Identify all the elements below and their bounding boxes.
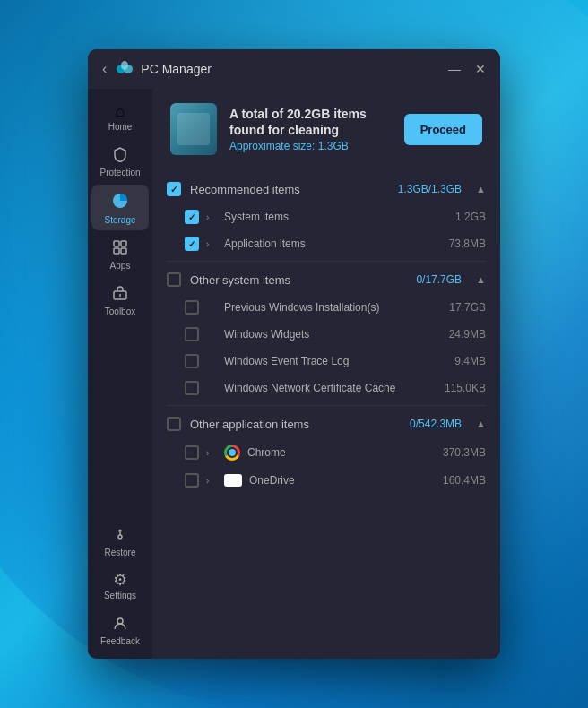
subtitle-value: 1.3GB: [318, 140, 349, 152]
close-button[interactable]: ✕: [475, 62, 486, 76]
application-items-label: Application items: [224, 237, 442, 250]
svg-point-14: [117, 618, 123, 624]
recommended-section-header[interactable]: Recommended items 1.3GB/1.3GB ▲: [152, 175, 500, 203]
prev-windows-size: 17.7GB: [449, 301, 486, 314]
sidebar-item-apps-label: Apps: [110, 261, 131, 271]
other-app-section: Other application items 0/542.3MB ▲ › Ch…: [152, 410, 500, 494]
onedrive-expand-icon[interactable]: ›: [206, 476, 217, 486]
back-button[interactable]: ‹: [102, 61, 107, 77]
windows-widgets-label: Windows Widgets: [224, 328, 442, 341]
sidebar-item-storage[interactable]: Storage: [91, 185, 149, 230]
system-items-expand-icon[interactable]: ›: [206, 212, 217, 222]
svg-rect-4: [114, 241, 119, 246]
apps-icon: [112, 239, 128, 258]
other-system-section: Other system items 0/17.7GB ▲ Previous W…: [152, 265, 500, 401]
proceed-button[interactable]: Proceed: [404, 114, 482, 145]
sidebar-item-feedback-label: Feedback: [100, 636, 140, 646]
minimize-button[interactable]: —: [448, 62, 461, 76]
other-system-checkbox[interactable]: [167, 272, 181, 287]
chrome-expand-icon[interactable]: ›: [206, 448, 217, 458]
recommended-section-title: Recommended items: [190, 183, 389, 196]
scroll-area: Recommended items 1.3GB/1.3GB ▲ › System…: [152, 169, 500, 659]
prev-windows-checkbox[interactable]: [185, 300, 199, 315]
other-system-checkbox-container: [167, 272, 181, 287]
other-system-chevron-icon: ▲: [476, 274, 486, 285]
chrome-label: Chrome: [247, 446, 436, 459]
recommended-checkbox[interactable]: [167, 182, 181, 196]
onedrive-row[interactable]: › OneDrive 160.4MB: [152, 467, 500, 494]
svg-point-2: [121, 61, 128, 70]
application-items-row[interactable]: › Application items 73.8MB: [152, 230, 500, 257]
sidebar-item-home[interactable]: ⌂ Home: [91, 96, 149, 137]
other-system-section-title: Other system items: [190, 273, 407, 287]
svg-rect-5: [121, 241, 126, 246]
divider-2: [167, 405, 486, 406]
sidebar: ⌂ Home Protection Storage: [88, 89, 152, 659]
sidebar-item-feedback[interactable]: Feedback: [91, 608, 149, 652]
sidebar-item-apps[interactable]: Apps: [91, 232, 149, 276]
chrome-icon: [224, 445, 240, 461]
onedrive-icon: [224, 474, 242, 487]
other-app-section-size: 0/542.3MB: [410, 418, 462, 430]
content-area: A total of 20.2GB items found for cleani…: [152, 89, 500, 659]
sidebar-item-restore-label: Restore: [104, 548, 135, 557]
sidebar-item-toolbox[interactable]: Toolbox: [91, 278, 149, 322]
other-app-section-title: Other application items: [190, 418, 401, 431]
other-app-section-header[interactable]: Other application items 0/542.3MB ▲: [152, 410, 500, 438]
sidebar-item-settings[interactable]: ⚙ Settings: [91, 565, 149, 606]
home-icon: ⌂: [116, 103, 125, 119]
windows-widgets-size: 24.9MB: [449, 328, 486, 341]
titlebar: ‹ PC Manager — ✕: [88, 49, 500, 89]
windows-widgets-checkbox[interactable]: [185, 327, 199, 341]
app-window: ‹ PC Manager — ✕ ⌂ Home: [88, 49, 500, 659]
event-trace-checkbox[interactable]: [185, 354, 199, 368]
windows-widgets-row[interactable]: Windows Widgets 24.9MB: [152, 321, 500, 348]
header-section: A total of 20.2GB items found for cleani…: [152, 89, 500, 169]
application-items-checkbox[interactable]: [185, 237, 199, 251]
prev-windows-row[interactable]: Previous Windows Installation(s) 17.7GB: [152, 294, 500, 321]
gear-icon: ⚙: [113, 572, 127, 588]
event-trace-row[interactable]: Windows Event Trace Log 9.4MB: [152, 348, 500, 375]
recommended-section-size: 1.3GB/1.3GB: [398, 183, 462, 195]
network-cert-checkbox[interactable]: [185, 381, 199, 395]
onedrive-checkbox[interactable]: [185, 473, 199, 488]
header-image: [170, 103, 217, 155]
sidebar-item-storage-label: Storage: [104, 215, 135, 225]
chrome-checkbox[interactable]: [185, 445, 199, 460]
sidebar-item-toolbox-label: Toolbox: [105, 307, 135, 316]
recommended-section: Recommended items 1.3GB/1.3GB ▲ › System…: [152, 175, 500, 257]
app-icon: [116, 60, 134, 78]
prev-windows-label: Previous Windows Installation(s): [224, 301, 442, 314]
recommended-checkbox-container: [167, 182, 181, 196]
sidebar-item-protection[interactable]: Protection: [91, 139, 149, 183]
chrome-row[interactable]: › Chrome 370.3MB: [152, 438, 500, 467]
divider-1: [167, 261, 486, 262]
sidebar-item-restore[interactable]: Restore: [91, 519, 149, 563]
main-layout: ⌂ Home Protection Storage: [88, 89, 500, 659]
restore-icon: [112, 526, 128, 545]
svg-rect-6: [114, 248, 119, 254]
onedrive-size: 160.4MB: [443, 474, 486, 487]
system-items-checkbox[interactable]: [185, 210, 199, 224]
system-items-row[interactable]: › System items 1.2GB: [152, 203, 500, 230]
svg-point-10: [118, 535, 122, 539]
event-trace-label: Windows Event Trace Log: [224, 355, 447, 367]
other-app-checkbox-container: [167, 417, 181, 431]
system-items-size: 1.2GB: [455, 211, 486, 223]
feedback-icon: [112, 615, 128, 634]
window-title: PC Manager: [141, 62, 448, 76]
other-system-section-header[interactable]: Other system items 0/17.7GB ▲: [152, 265, 500, 294]
application-items-expand-icon[interactable]: ›: [206, 239, 217, 249]
header-subtitle: Approximate size: 1.3GB: [229, 140, 392, 152]
window-controls: — ✕: [448, 62, 486, 76]
event-trace-size: 9.4MB: [454, 355, 486, 367]
sidebar-item-home-label: Home: [108, 122, 133, 132]
network-cert-row[interactable]: Windows Network Certificate Cache 115.0K…: [152, 375, 500, 401]
other-app-checkbox[interactable]: [167, 417, 181, 431]
sidebar-item-protection-label: Protection: [99, 168, 140, 177]
subtitle-prefix: Approximate size:: [229, 140, 318, 152]
other-system-section-size: 0/17.7GB: [416, 273, 462, 286]
recommended-chevron-icon: ▲: [476, 184, 486, 194]
other-app-chevron-icon: ▲: [476, 419, 486, 429]
shield-icon: [112, 146, 128, 165]
